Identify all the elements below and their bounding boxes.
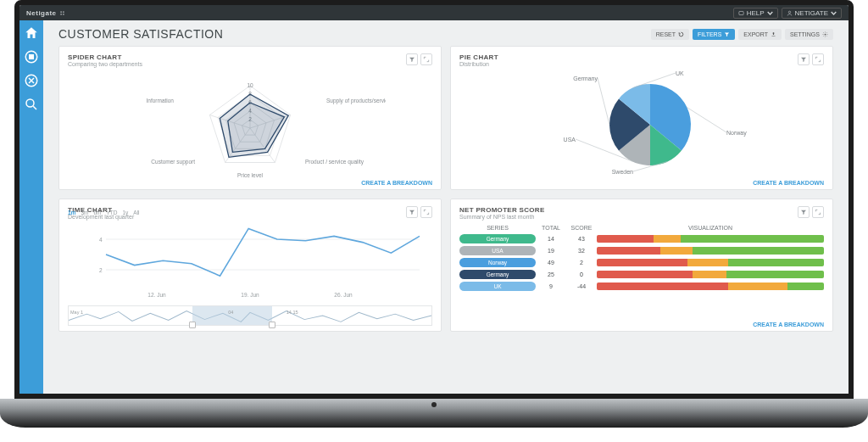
total-cell: 25: [536, 271, 566, 277]
filter-icon: [409, 209, 415, 215]
page-title: CUSTOMER SATISFACTION: [58, 27, 223, 41]
search-icon[interactable]: [24, 97, 39, 112]
svg-text:Germany: Germany: [573, 76, 598, 82]
total-cell: 9: [536, 283, 566, 289]
tools-icon[interactable]: [24, 73, 39, 88]
expand-button[interactable]: [812, 206, 824, 218]
spider-card: SPIDER CHART Comparing two departments: [58, 46, 442, 190]
range-option[interactable]: 6m: [93, 210, 101, 215]
svg-text:UK: UK: [676, 70, 684, 76]
series-badge: Norway: [459, 258, 536, 267]
help-button[interactable]: HELP: [733, 8, 778, 19]
export-button[interactable]: EXPORT: [738, 29, 782, 40]
range-option[interactable]: 3m: [81, 210, 88, 215]
app-topbar: Netigate HELP NETIGATE: [19, 5, 849, 20]
svg-text:12. Jun: 12. Jun: [147, 292, 166, 298]
time-card: TIME CHART Development last quarter 1m3m…: [58, 199, 442, 332]
expand-icon: [815, 56, 821, 63]
reset-button[interactable]: RESET: [651, 29, 689, 40]
svg-text:Product / service quality: Product / service quality: [305, 159, 364, 165]
svg-line-35: [598, 78, 609, 125]
expand-button[interactable]: [420, 53, 432, 65]
expand-button[interactable]: [420, 206, 432, 218]
chevron-down-icon: [831, 10, 837, 16]
filter-icon: [724, 31, 730, 37]
export-icon: [771, 31, 776, 37]
breakdown-link[interactable]: CREATE A BREAKDOWN: [361, 180, 432, 186]
svg-text:Customer support: Customer support: [151, 159, 195, 165]
filter-card-button[interactable]: [406, 206, 418, 218]
brand-name: Netigate: [26, 9, 57, 17]
svg-text:USA: USA: [564, 137, 576, 143]
filter-icon: [800, 209, 807, 215]
settings-button[interactable]: SETTINGS: [785, 29, 833, 40]
svg-point-1: [788, 11, 790, 13]
range-option[interactable]: All: [133, 210, 139, 215]
svg-text:4: 4: [99, 237, 103, 243]
breakdown-link[interactable]: CREATE A BREAKDOWN: [753, 322, 824, 327]
card-title: PIE CHART: [459, 53, 498, 61]
range-option[interactable]: YTD: [106, 210, 117, 215]
filter-card-button[interactable]: [798, 53, 810, 65]
spider-chart: 2 4 6 8 10 Supply of products/services P…: [114, 69, 386, 179]
expand-button[interactable]: [812, 53, 824, 65]
card-subtitle: Distribution: [459, 61, 498, 67]
card-title: NET PROMOTER SCORE: [459, 206, 545, 214]
brand-logo: Netigate: [26, 9, 65, 17]
reports-icon[interactable]: [24, 49, 39, 64]
svg-line-29: [687, 108, 726, 132]
nps-row: UK9-44: [459, 282, 824, 291]
nps-bar: [597, 247, 824, 255]
pie-chart: NorwaySwedenUSAGermanyUK: [506, 67, 777, 177]
brand-icon: [59, 10, 65, 16]
series-badge: UK: [459, 282, 536, 291]
expand-icon: [423, 56, 430, 63]
nps-row: Norway492: [459, 258, 824, 267]
svg-rect-3: [29, 54, 34, 59]
help-icon: [738, 10, 744, 16]
filter-card-button[interactable]: [798, 206, 810, 218]
svg-text:10: 10: [247, 82, 253, 88]
svg-point-5: [26, 99, 34, 107]
total-cell: 49: [536, 260, 566, 266]
svg-text:Supply of products/services: Supply of products/services: [326, 98, 386, 104]
sidebar: [19, 20, 43, 394]
svg-text:Sweden: Sweden: [612, 169, 633, 175]
pie-card: PIE CHART Distribution NorwaySwedenUSAGe…: [450, 46, 833, 190]
nps-row: USA1932: [459, 246, 824, 255]
card-subtitle: Summary of NPS last month: [459, 214, 545, 220]
svg-text:26. Jun: 26. Jun: [334, 292, 353, 298]
scrub-label: May 1: [70, 310, 83, 315]
chevron-down-icon: [767, 10, 773, 16]
range-option[interactable]: 1m: [68, 210, 75, 215]
filters-button[interactable]: FILTERS: [693, 29, 735, 40]
nps-bar: [597, 235, 824, 243]
svg-text:Norway: Norway: [726, 130, 747, 137]
home-icon[interactable]: [24, 25, 39, 41]
svg-point-6: [825, 33, 826, 35]
expand-icon: [815, 209, 821, 215]
breakdown-link[interactable]: CREATE A BREAKDOWN: [753, 180, 824, 186]
user-icon: [787, 10, 793, 16]
user-label: NETIGATE: [795, 9, 828, 17]
nps-card: NET PROMOTER SCORE Summary of NPS last m…: [450, 199, 833, 332]
filter-card-button[interactable]: [406, 53, 418, 65]
range-option[interactable]: 1y: [122, 210, 128, 215]
nps-row: Germany1443: [459, 234, 824, 243]
series-badge: Germany: [459, 234, 536, 243]
series-badge: Germany: [459, 270, 536, 279]
nps-header-row: SERIES TOTAL SCORE VISUALIZATION: [459, 225, 824, 231]
expand-icon: [423, 209, 430, 215]
help-label: HELP: [747, 9, 765, 17]
nps-bar: [597, 283, 824, 290]
time-scrubber[interactable]: May 1 04 14 15: [68, 305, 432, 326]
filter-icon: [409, 56, 415, 63]
card-subtitle: Comparing two departments: [68, 61, 142, 67]
svg-rect-0: [739, 11, 743, 14]
nps-row: Germany250: [459, 270, 824, 279]
svg-text:2: 2: [99, 267, 103, 273]
total-cell: 19: [536, 248, 566, 254]
nps-bar: [597, 259, 824, 266]
svg-text:Information: Information: [146, 98, 174, 104]
user-menu[interactable]: NETIGATE: [782, 8, 842, 19]
